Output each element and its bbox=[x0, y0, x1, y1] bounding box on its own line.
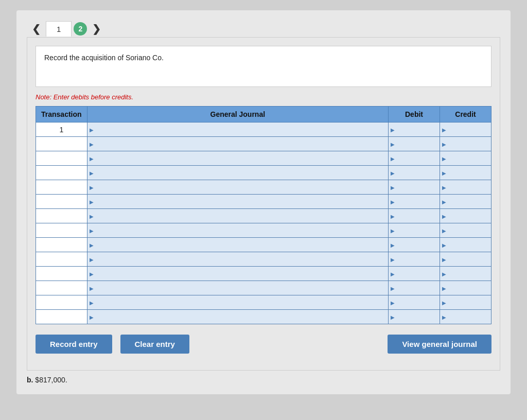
table-row bbox=[36, 267, 491, 281]
credit-cell[interactable] bbox=[440, 252, 491, 267]
credit-input[interactable] bbox=[442, 267, 489, 281]
debit-cell[interactable] bbox=[389, 267, 440, 281]
credit-input[interactable] bbox=[442, 166, 489, 180]
journal-entry-cell[interactable] bbox=[87, 281, 388, 295]
journal-entry-input[interactable] bbox=[90, 281, 386, 295]
credit-input[interactable] bbox=[442, 238, 489, 252]
credit-cell[interactable] bbox=[440, 295, 491, 310]
debit-input[interactable] bbox=[391, 252, 437, 266]
journal-entry-input[interactable] bbox=[90, 310, 386, 324]
credit-input[interactable] bbox=[442, 223, 489, 237]
journal-entry-cell[interactable] bbox=[87, 238, 388, 252]
credit-input[interactable] bbox=[442, 310, 489, 324]
debit-cell[interactable] bbox=[389, 180, 440, 195]
credit-cell[interactable] bbox=[440, 223, 491, 238]
debit-input[interactable] bbox=[391, 223, 437, 237]
next-arrow[interactable]: ❯ bbox=[87, 21, 106, 37]
outer-container: ❮ 1 2 ❯ Record the acquisition of Sorian… bbox=[16, 10, 511, 394]
credit-cell[interactable] bbox=[440, 195, 491, 209]
debit-cell[interactable] bbox=[389, 151, 440, 166]
debit-cell[interactable] bbox=[389, 209, 440, 223]
debit-input[interactable] bbox=[391, 122, 437, 136]
debit-input[interactable] bbox=[391, 310, 437, 324]
credit-cell[interactable] bbox=[440, 166, 491, 180]
debit-cell[interactable] bbox=[389, 252, 440, 267]
credit-input[interactable] bbox=[442, 151, 489, 165]
journal-entry-cell[interactable] bbox=[87, 137, 388, 151]
credit-cell[interactable] bbox=[440, 122, 491, 137]
buttons-row: Record entry Clear entry View general jo… bbox=[36, 335, 491, 354]
credit-input[interactable] bbox=[442, 180, 489, 194]
credit-input[interactable] bbox=[442, 195, 489, 208]
journal-entry-input[interactable] bbox=[90, 122, 386, 136]
debit-cell[interactable] bbox=[389, 295, 440, 310]
debit-cell[interactable] bbox=[389, 281, 440, 295]
prev-arrow[interactable]: ❮ bbox=[27, 21, 46, 37]
debit-input[interactable] bbox=[391, 267, 437, 281]
journal-entry-input[interactable] bbox=[90, 223, 386, 237]
journal-entry-cell[interactable] bbox=[87, 151, 388, 166]
journal-entry-input[interactable] bbox=[90, 166, 386, 180]
journal-entry-cell[interactable] bbox=[87, 223, 388, 238]
journal-entry-cell[interactable] bbox=[87, 166, 388, 180]
credit-input[interactable] bbox=[442, 295, 489, 309]
view-general-journal-button[interactable]: View general journal bbox=[388, 335, 491, 354]
tab-1[interactable]: 1 bbox=[46, 21, 72, 37]
journal-entry-cell[interactable] bbox=[87, 295, 388, 310]
debit-input[interactable] bbox=[391, 281, 437, 295]
debit-cell[interactable] bbox=[389, 195, 440, 209]
debit-cell[interactable] bbox=[389, 310, 440, 324]
credit-cell[interactable] bbox=[440, 238, 491, 252]
debit-cell[interactable] bbox=[389, 122, 440, 137]
journal-entry-input[interactable] bbox=[90, 137, 386, 151]
journal-entry-input[interactable] bbox=[90, 238, 386, 252]
journal-entry-input[interactable] bbox=[90, 209, 386, 223]
bottom-amount: $817,000. bbox=[35, 376, 67, 384]
debit-cell[interactable] bbox=[389, 137, 440, 151]
journal-entry-cell[interactable] bbox=[87, 267, 388, 281]
credit-input[interactable] bbox=[442, 252, 489, 266]
journal-entry-cell[interactable] bbox=[87, 209, 388, 223]
debit-cell[interactable] bbox=[389, 223, 440, 238]
credit-input[interactable] bbox=[442, 281, 489, 295]
credit-cell[interactable] bbox=[440, 267, 491, 281]
debit-input[interactable] bbox=[391, 209, 437, 223]
credit-cell[interactable] bbox=[440, 310, 491, 324]
credit-cell[interactable] bbox=[440, 180, 491, 195]
journal-entry-input[interactable] bbox=[90, 195, 386, 208]
record-entry-button[interactable]: Record entry bbox=[36, 335, 112, 354]
debit-input[interactable] bbox=[391, 195, 437, 208]
credit-cell[interactable] bbox=[440, 151, 491, 166]
credit-input[interactable] bbox=[442, 122, 489, 136]
journal-entry-input[interactable] bbox=[90, 180, 386, 194]
debit-cell[interactable] bbox=[389, 238, 440, 252]
tab-badge-2[interactable]: 2 bbox=[74, 22, 87, 36]
debit-input[interactable] bbox=[391, 137, 437, 151]
table-row: 1 bbox=[36, 122, 491, 137]
table-row bbox=[36, 166, 491, 180]
journal-entry-cell[interactable] bbox=[87, 122, 388, 137]
journal-entry-input[interactable] bbox=[90, 252, 386, 266]
debit-input[interactable] bbox=[391, 238, 437, 252]
journal-entry-cell[interactable] bbox=[87, 195, 388, 209]
journal-entry-input[interactable] bbox=[90, 267, 386, 281]
journal-entry-input[interactable] bbox=[90, 151, 386, 165]
table-row bbox=[36, 195, 491, 209]
table-row bbox=[36, 281, 491, 295]
credit-input[interactable] bbox=[442, 209, 489, 223]
journal-entry-cell[interactable] bbox=[87, 180, 388, 195]
tab-navigation: ❮ 1 2 ❯ bbox=[27, 21, 500, 37]
debit-input[interactable] bbox=[391, 151, 437, 165]
journal-entry-input[interactable] bbox=[90, 295, 386, 309]
debit-input[interactable] bbox=[391, 180, 437, 194]
credit-cell[interactable] bbox=[440, 137, 491, 151]
credit-input[interactable] bbox=[442, 137, 489, 151]
credit-cell[interactable] bbox=[440, 281, 491, 295]
journal-entry-cell[interactable] bbox=[87, 310, 388, 324]
credit-cell[interactable] bbox=[440, 209, 491, 223]
debit-input[interactable] bbox=[391, 295, 437, 309]
journal-entry-cell[interactable] bbox=[87, 252, 388, 267]
debit-cell[interactable] bbox=[389, 166, 440, 180]
debit-input[interactable] bbox=[391, 166, 437, 180]
clear-entry-button[interactable]: Clear entry bbox=[120, 335, 189, 354]
